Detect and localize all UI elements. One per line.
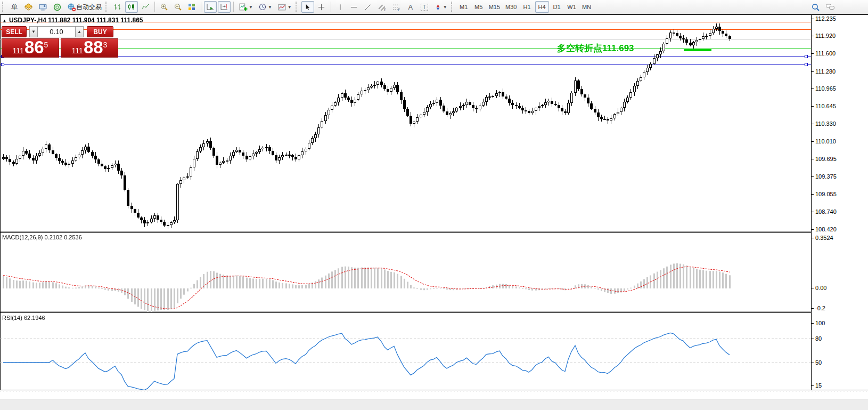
timeframe-m30[interactable]: M30 <box>503 1 519 13</box>
panel-separator-1b[interactable] <box>0 232 868 233</box>
buy-button[interactable]: BUY <box>87 26 113 37</box>
timeframe-m15[interactable]: M15 <box>487 1 502 13</box>
signals-button[interactable] <box>51 1 64 13</box>
timeframe-h4[interactable]: H4 <box>535 1 549 13</box>
toolbar-grip[interactable] <box>296 2 299 12</box>
text-tool-icon: A <box>408 3 413 11</box>
price-tick-mark <box>812 229 814 230</box>
toolbar-grip[interactable] <box>2 2 5 12</box>
sell-price-display[interactable]: 111865 <box>2 38 59 58</box>
price-tick-mark <box>812 159 814 159</box>
rsi-axis-label: 15 <box>815 382 822 389</box>
zoom-in-icon <box>160 3 168 11</box>
arrows-icon <box>434 3 442 11</box>
arrows-button[interactable]: ▼ <box>432 1 449 13</box>
rsi-tick-mark <box>812 339 814 339</box>
search-button[interactable] <box>809 1 822 13</box>
zoom-in-button[interactable] <box>158 1 170 13</box>
toolbar-grip[interactable] <box>451 2 454 12</box>
indicators-caret[interactable]: ▼ <box>249 5 253 10</box>
turning-point-annotation[interactable]: 多空转折点111.693 <box>557 42 634 54</box>
horizontal-line-button[interactable] <box>348 1 361 13</box>
price-tick-label: 108.420 <box>815 226 837 232</box>
timeframe-h1[interactable]: H1 <box>520 1 534 13</box>
cursor-icon <box>304 3 312 11</box>
price-tick-label: 110.645 <box>815 103 836 109</box>
templates-button[interactable]: ▼ <box>275 1 294 13</box>
price-axis: 112.235111.920111.600111.280110.965110.6… <box>812 15 868 390</box>
timeframe-d1[interactable]: D1 <box>550 1 564 13</box>
timeframe-group: M1M5M15M30H1H4D1W1MN <box>456 1 594 13</box>
new-order-label: 单 <box>11 3 18 12</box>
zoom-out-icon <box>174 3 182 11</box>
sell-button[interactable]: SELL <box>2 26 27 37</box>
price-tick-mark <box>812 176 814 177</box>
volume-input[interactable] <box>38 26 75 37</box>
bottom-strip <box>0 399 868 410</box>
periods-button[interactable]: ▼ <box>256 1 274 13</box>
price-tick-mark <box>812 19 814 19</box>
timeframe-m1[interactable]: M1 <box>457 1 471 13</box>
autotrading-label: 自动交易 <box>76 3 102 12</box>
sell-price-sup: 5 <box>44 41 48 49</box>
indicators-button[interactable]: ▼ <box>236 1 255 13</box>
spin-up-icon: ▲ <box>77 29 81 34</box>
auto-scroll-button[interactable] <box>204 1 217 13</box>
timeframe-m5[interactable]: M5 <box>472 1 486 13</box>
autotrading-button[interactable]: 自动交易 <box>65 1 104 13</box>
arrows-caret[interactable]: ▼ <box>443 5 447 10</box>
price-tick-mark <box>812 212 814 212</box>
green-trend-marker[interactable] <box>684 49 711 51</box>
collapse-panel-icon[interactable]: ▲ <box>2 18 7 23</box>
chat-button[interactable] <box>823 1 837 13</box>
spin-down-icon: ▼ <box>31 29 36 34</box>
equidistant-channel-button[interactable]: E <box>375 1 389 13</box>
line-chart-button[interactable] <box>139 1 152 13</box>
bar-chart-button[interactable] <box>111 1 124 13</box>
macd-indicator-chart[interactable] <box>0 234 812 311</box>
panel-separator-2b[interactable] <box>0 312 868 313</box>
rsi-tick-mark <box>812 363 814 363</box>
volume-decrease-button[interactable]: ▼ <box>29 26 38 37</box>
support-monitor-icon <box>38 3 47 12</box>
rsi-indicator-chart[interactable] <box>0 313 812 390</box>
macd-axis-label: -0.2 <box>815 305 825 311</box>
sell-price-prefix: 111 <box>13 45 24 56</box>
date-axis: 23 Jan 201924 Jan 16:0028 Jan 00:0029 Ja… <box>0 390 868 399</box>
candlestick-chart[interactable] <box>0 14 812 231</box>
vertical-line-button[interactable] <box>334 1 347 13</box>
deposit-button[interactable] <box>22 1 35 13</box>
tile-windows-button[interactable] <box>185 1 198 13</box>
text-tool-button[interactable]: A <box>404 1 417 13</box>
fibonacci-button[interactable]: F <box>390 1 403 13</box>
timeframe-mn[interactable]: MN <box>580 1 594 13</box>
new-order-button[interactable]: 单 <box>8 1 21 13</box>
price-tick-label: 109.055 <box>815 191 837 197</box>
timeframe-w1[interactable]: W1 <box>565 1 579 13</box>
deposit-icon <box>24 3 33 12</box>
text-label-icon: T <box>421 4 428 11</box>
text-label-button[interactable]: T <box>418 1 431 13</box>
volume-increase-button[interactable]: ▲ <box>75 26 84 37</box>
rsi-tick-mark <box>812 385 814 386</box>
macd-axis-label: 0.3524 <box>815 235 833 241</box>
support-button[interactable] <box>36 1 50 13</box>
toolbar-grip[interactable] <box>105 2 109 12</box>
chart-shift-button[interactable] <box>218 1 231 13</box>
clock-icon <box>258 3 267 11</box>
template-icon <box>277 3 286 12</box>
buy-price-big: 88 <box>84 39 103 56</box>
candlestick-chart-button[interactable] <box>125 1 138 13</box>
buy-price-display[interactable]: 111883 <box>61 38 118 58</box>
rsi-axis-label: 100 <box>815 320 825 326</box>
indicators-icon <box>239 3 248 12</box>
chart-title: ▲USDJPY-,H4 111.882 111.904 111.831 111.… <box>2 17 143 24</box>
templates-caret[interactable]: ▼ <box>288 5 292 10</box>
cursor-button[interactable] <box>301 1 314 13</box>
trend-line-button[interactable] <box>362 1 374 13</box>
zoom-out-button[interactable] <box>171 1 184 13</box>
buy-price-prefix: 111 <box>72 45 83 56</box>
crosshair-button[interactable] <box>315 1 328 13</box>
periods-caret[interactable]: ▼ <box>268 5 272 10</box>
price-tick-label: 109.695 <box>815 156 837 162</box>
